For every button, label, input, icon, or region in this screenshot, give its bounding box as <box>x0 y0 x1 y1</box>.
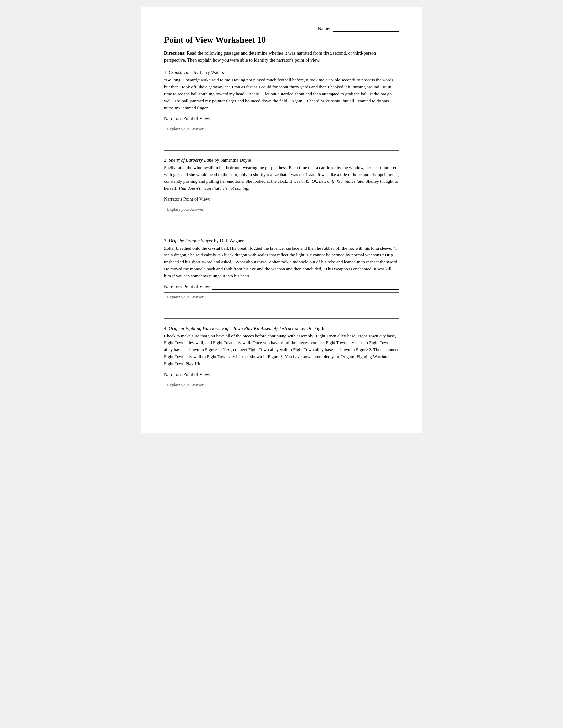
directions-text: Read the following passages and determin… <box>164 51 376 63</box>
passage-1-number: 1. <box>164 70 168 75</box>
passage-3-book: Drip the Dragon Slayer <box>168 238 212 243</box>
passage-1-book: Crunch Time <box>168 70 193 75</box>
passage-2: 2. Shelly of Burberry Lane by Samantha D… <box>164 158 399 231</box>
worksheet-page: Name: Point of View Worksheet 10 Directi… <box>141 7 422 433</box>
passage-2-explain-box[interactable]: Explain your Answer <box>164 205 399 231</box>
passage-4: 4. Origami Fighting Warriors: Fight Town… <box>164 326 399 406</box>
passage-1-narrator-label: Narrator's Point of View: <box>164 116 210 121</box>
passage-3-number: 3. <box>164 238 168 243</box>
name-line: Name: <box>164 26 399 32</box>
passage-1-author: by Larry Waters <box>193 70 224 75</box>
passage-3-narrator-answer[interactable] <box>212 284 399 290</box>
passage-3-explain-label: Explain your Answer <box>167 295 203 299</box>
passage-3-title: 3. Drip the Dragon Slayer by D. J. Wagne… <box>164 238 399 244</box>
passage-1: 1. Crunch Time by Larry Waters "Go long,… <box>164 70 399 151</box>
passage-3-author: by D. J. Wagner <box>212 238 244 243</box>
passage-4-explain-box[interactable]: Explain your Answer <box>164 380 399 406</box>
passage-2-narrator-label: Narrator's Point of View: <box>164 197 210 202</box>
passage-4-narrator-label: Narrator's Point of View: <box>164 372 210 377</box>
name-label: Name: <box>318 26 330 32</box>
passage-1-explain-box[interactable]: Explain your Answer <box>164 124 399 151</box>
directions: Directions: Read the following passages … <box>164 50 399 64</box>
page-title: Point of View Worksheet 10 <box>164 35 399 45</box>
name-field[interactable] <box>333 26 399 32</box>
passage-2-narrator-answer[interactable] <box>212 197 399 202</box>
passage-4-book: Origami Fighting Warriors: Fight Town Pl… <box>168 326 300 331</box>
passage-4-explain-label: Explain your Answer <box>167 382 203 387</box>
passage-4-text: Check to make sure that you have all of … <box>164 333 399 367</box>
passage-2-narrator-line: Narrator's Point of View: <box>164 197 399 202</box>
passage-1-title: 1. Crunch Time by Larry Waters <box>164 70 399 75</box>
passage-1-text: "Go long, Howard," Mike said to me. Havi… <box>164 77 399 112</box>
passage-4-narrator-line: Narrator's Point of View: <box>164 372 399 377</box>
passage-2-explain-label: Explain your Answer <box>167 207 203 212</box>
passage-2-text: Shelly sat at the windowsill in her bedr… <box>164 164 399 192</box>
passage-4-number: 4. <box>164 326 168 331</box>
passage-3: 3. Drip the Dragon Slayer by D. J. Wagne… <box>164 238 399 319</box>
passage-3-text: Zoltar breathed onto the crystal ball. H… <box>164 245 399 280</box>
passage-3-explain-box[interactable]: Explain your Answer <box>164 292 399 319</box>
passage-1-narrator-answer[interactable] <box>212 116 399 121</box>
passage-2-title: 2. Shelly of Burberry Lane by Samantha D… <box>164 158 399 163</box>
passage-1-explain-label: Explain your Answer <box>167 126 203 131</box>
passage-2-book: Shelly of Burberry Lane <box>168 158 213 163</box>
passage-4-author: by Ori-Fig Inc. <box>300 326 329 331</box>
passage-1-narrator-line: Narrator's Point of View: <box>164 116 399 121</box>
directions-label: Directions: <box>164 51 186 56</box>
passage-4-narrator-answer[interactable] <box>212 372 399 377</box>
passage-3-narrator-label: Narrator's Point of View: <box>164 284 210 290</box>
passage-4-title: 4. Origami Fighting Warriors: Fight Town… <box>164 326 399 331</box>
passage-2-number: 2. <box>164 158 168 163</box>
passage-2-author: by Samantha Doyle <box>213 158 251 163</box>
passage-3-narrator-line: Narrator's Point of View: <box>164 284 399 290</box>
